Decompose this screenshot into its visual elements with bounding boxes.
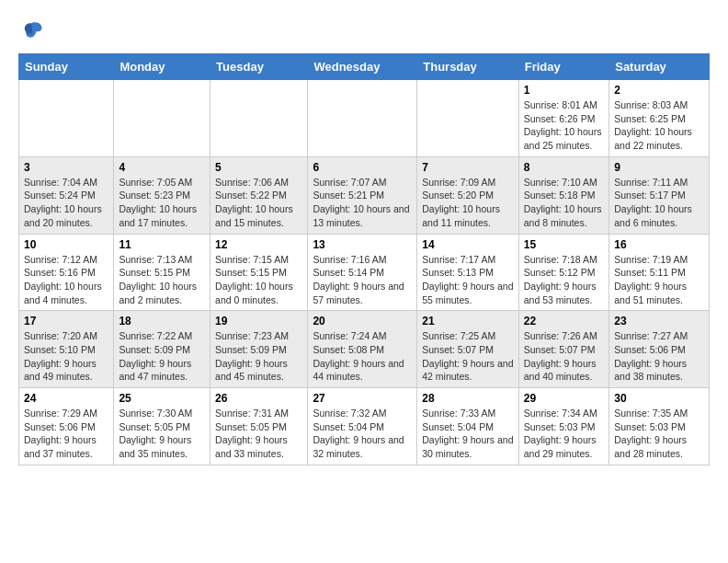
week-row-4: 17Sunrise: 7:20 AM Sunset: 5:10 PM Dayli… [19,311,710,388]
day-cell: 9Sunrise: 7:11 AM Sunset: 5:17 PM Daylig… [609,156,710,234]
day-number: 28 [422,392,514,405]
day-number: 7 [422,161,514,174]
day-number: 14 [422,238,514,251]
day-info: Sunrise: 7:15 AM Sunset: 5:15 PM Dayligh… [215,253,302,307]
day-number: 23 [614,315,704,327]
day-cell: 21Sunrise: 7:25 AM Sunset: 5:07 PM Dayli… [417,311,519,388]
day-cell [308,80,417,157]
day-cell: 25Sunrise: 7:30 AM Sunset: 5:05 PM Dayli… [114,388,210,465]
day-cell: 20Sunrise: 7:24 AM Sunset: 5:08 PM Dayli… [308,311,417,388]
day-cell: 13Sunrise: 7:16 AM Sunset: 5:14 PM Dayli… [308,234,417,311]
day-info: Sunrise: 8:01 AM Sunset: 6:26 PM Dayligh… [524,98,604,153]
day-cell: 2Sunrise: 8:03 AM Sunset: 6:25 PM Daylig… [609,80,710,157]
day-number: 13 [313,238,412,251]
day-cell: 24Sunrise: 7:29 AM Sunset: 5:06 PM Dayli… [19,388,114,465]
day-number: 12 [215,238,302,251]
day-number: 25 [119,392,205,405]
day-cell: 4Sunrise: 7:05 AM Sunset: 5:23 PM Daylig… [114,156,210,234]
header-day-friday: Friday [518,54,609,80]
day-info: Sunrise: 7:31 AM Sunset: 5:05 PM Dayligh… [215,407,302,461]
day-number: 19 [215,315,302,327]
day-cell: 7Sunrise: 7:09 AM Sunset: 5:20 PM Daylig… [417,156,519,234]
day-cell: 8Sunrise: 7:10 AM Sunset: 5:18 PM Daylig… [518,156,609,234]
day-number: 24 [24,392,108,405]
day-cell [19,80,114,157]
day-number: 20 [313,315,412,327]
logo-bird-icon [18,18,44,44]
week-row-3: 10Sunrise: 7:12 AM Sunset: 5:16 PM Dayli… [19,234,710,311]
day-cell [210,80,308,157]
week-row-5: 24Sunrise: 7:29 AM Sunset: 5:06 PM Dayli… [19,388,710,465]
header-day-sunday: Sunday [19,54,114,80]
day-cell: 22Sunrise: 7:26 AM Sunset: 5:07 PM Dayli… [518,311,609,388]
day-info: Sunrise: 7:04 AM Sunset: 5:24 PM Dayligh… [24,176,108,230]
day-info: Sunrise: 7:22 AM Sunset: 5:09 PM Dayligh… [119,329,205,384]
day-info: Sunrise: 7:30 AM Sunset: 5:05 PM Dayligh… [119,407,205,461]
day-info: Sunrise: 7:27 AM Sunset: 5:06 PM Dayligh… [614,329,704,384]
day-info: Sunrise: 7:06 AM Sunset: 5:22 PM Dayligh… [215,176,302,230]
header [18,18,710,44]
calendar-table: SundayMondayTuesdayWednesdayThursdayFrid… [18,53,710,465]
day-info: Sunrise: 7:29 AM Sunset: 5:06 PM Dayligh… [24,407,108,461]
day-cell: 14Sunrise: 7:17 AM Sunset: 5:13 PM Dayli… [417,234,519,311]
header-row: SundayMondayTuesdayWednesdayThursdayFrid… [19,54,710,80]
day-info: Sunrise: 7:19 AM Sunset: 5:11 PM Dayligh… [614,253,704,307]
day-number: 6 [313,161,412,174]
day-number: 5 [215,161,302,174]
day-number: 10 [24,238,108,251]
day-info: Sunrise: 7:26 AM Sunset: 5:07 PM Dayligh… [524,329,604,384]
day-number: 16 [614,238,704,251]
day-info: Sunrise: 7:13 AM Sunset: 5:15 PM Dayligh… [119,253,205,307]
day-info: Sunrise: 7:20 AM Sunset: 5:10 PM Dayligh… [24,329,108,384]
day-number: 3 [24,161,108,174]
day-number: 27 [313,392,412,405]
day-number: 8 [524,161,604,174]
day-info: Sunrise: 7:24 AM Sunset: 5:08 PM Dayligh… [313,329,412,384]
day-cell: 15Sunrise: 7:18 AM Sunset: 5:12 PM Dayli… [518,234,609,311]
day-info: Sunrise: 7:05 AM Sunset: 5:23 PM Dayligh… [119,176,205,230]
day-info: Sunrise: 7:07 AM Sunset: 5:21 PM Dayligh… [313,176,412,230]
day-cell [114,80,210,157]
day-info: Sunrise: 7:09 AM Sunset: 5:20 PM Dayligh… [422,176,514,230]
day-number: 11 [119,238,205,251]
logo [18,18,48,44]
day-number: 1 [524,84,604,97]
header-day-thursday: Thursday [417,54,519,80]
day-info: Sunrise: 7:16 AM Sunset: 5:14 PM Dayligh… [313,253,412,307]
header-day-monday: Monday [114,54,210,80]
day-cell: 12Sunrise: 7:15 AM Sunset: 5:15 PM Dayli… [210,234,308,311]
day-number: 21 [422,315,514,327]
day-cell: 27Sunrise: 7:32 AM Sunset: 5:04 PM Dayli… [308,388,417,465]
week-row-1: 1Sunrise: 8:01 AM Sunset: 6:26 PM Daylig… [19,80,710,157]
day-cell [417,80,519,157]
day-cell: 26Sunrise: 7:31 AM Sunset: 5:05 PM Dayli… [210,388,308,465]
day-cell: 28Sunrise: 7:33 AM Sunset: 5:04 PM Dayli… [417,388,519,465]
header-day-saturday: Saturday [609,54,710,80]
day-cell: 18Sunrise: 7:22 AM Sunset: 5:09 PM Dayli… [114,311,210,388]
day-number: 17 [24,315,108,327]
week-row-2: 3Sunrise: 7:04 AM Sunset: 5:24 PM Daylig… [19,156,710,234]
day-cell: 30Sunrise: 7:35 AM Sunset: 5:03 PM Dayli… [609,388,710,465]
day-info: Sunrise: 7:25 AM Sunset: 5:07 PM Dayligh… [422,329,514,384]
header-day-tuesday: Tuesday [210,54,308,80]
day-cell: 1Sunrise: 8:01 AM Sunset: 6:26 PM Daylig… [518,80,609,157]
day-cell: 3Sunrise: 7:04 AM Sunset: 5:24 PM Daylig… [19,156,114,234]
day-number: 15 [524,238,604,251]
day-cell: 29Sunrise: 7:34 AM Sunset: 5:03 PM Dayli… [518,388,609,465]
day-cell: 19Sunrise: 7:23 AM Sunset: 5:09 PM Dayli… [210,311,308,388]
day-cell: 6Sunrise: 7:07 AM Sunset: 5:21 PM Daylig… [308,156,417,234]
day-cell: 23Sunrise: 7:27 AM Sunset: 5:06 PM Dayli… [609,311,710,388]
day-cell: 16Sunrise: 7:19 AM Sunset: 5:11 PM Dayli… [609,234,710,311]
day-number: 18 [119,315,205,327]
day-info: Sunrise: 7:35 AM Sunset: 5:03 PM Dayligh… [614,407,704,461]
day-cell: 17Sunrise: 7:20 AM Sunset: 5:10 PM Dayli… [19,311,114,388]
day-number: 9 [614,161,704,174]
day-info: Sunrise: 7:33 AM Sunset: 5:04 PM Dayligh… [422,407,514,461]
day-info: Sunrise: 7:23 AM Sunset: 5:09 PM Dayligh… [215,329,302,384]
header-day-wednesday: Wednesday [308,54,417,80]
day-number: 2 [614,84,704,97]
day-number: 26 [215,392,302,405]
day-info: Sunrise: 7:17 AM Sunset: 5:13 PM Dayligh… [422,253,514,307]
day-info: Sunrise: 7:34 AM Sunset: 5:03 PM Dayligh… [524,407,604,461]
day-cell: 11Sunrise: 7:13 AM Sunset: 5:15 PM Dayli… [114,234,210,311]
